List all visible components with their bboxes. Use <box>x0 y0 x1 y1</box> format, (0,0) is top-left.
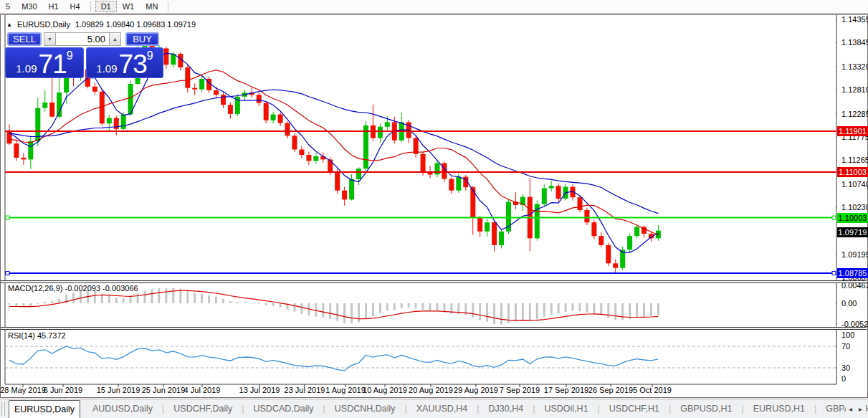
candle-body <box>163 48 168 65</box>
macd-histogram-bar <box>621 303 624 320</box>
candle <box>178 52 183 71</box>
candle <box>342 187 347 206</box>
candle-body <box>320 156 325 159</box>
sell-button[interactable]: SELL <box>7 32 42 46</box>
macd-histogram-bar <box>215 297 217 303</box>
candle <box>299 146 304 158</box>
macd-histogram-bar <box>137 294 139 303</box>
candle <box>306 152 311 165</box>
rsi-line <box>9 346 658 371</box>
buy-price-box[interactable]: 1.09 73 9 <box>86 47 163 78</box>
macd-histogram-bar <box>401 303 403 308</box>
current-price-label: 1.09719 <box>837 227 868 237</box>
candle-body <box>421 154 426 172</box>
sell-price-box[interactable]: 1.09 71 9 <box>5 47 84 78</box>
pane-divider[interactable] <box>1 280 867 283</box>
macd-histogram-bar <box>172 288 174 303</box>
macd-histogram-bar <box>158 288 160 303</box>
macd-histogram-bar <box>529 303 531 321</box>
price-axis-tick: 1.12810 <box>841 85 868 94</box>
candle <box>499 229 504 249</box>
candle-body <box>378 127 383 138</box>
candle <box>292 133 297 152</box>
volume-decrease-button[interactable]: ▼ <box>44 32 56 46</box>
date-axis-label: 20 Aug 2019 <box>409 386 453 394</box>
volume-increase-button[interactable]: ▲ <box>109 32 121 46</box>
candle <box>28 136 33 168</box>
macd-histogram-bar <box>37 303 39 304</box>
candle <box>371 105 376 141</box>
candle-body <box>342 191 347 200</box>
candle-body <box>14 143 19 158</box>
candle-body <box>477 218 482 232</box>
candle <box>185 65 190 92</box>
candle <box>378 123 383 143</box>
macd-histogram-bar <box>437 303 439 311</box>
candle-body <box>349 179 354 200</box>
date-axis[interactable]: 28 May 20196 Jun 201915 Jun 201925 Jun 2… <box>6 385 836 396</box>
price-axis[interactable]: 1.143551.138451.133201.128101.122851.117… <box>837 15 867 396</box>
macd-pane[interactable] <box>9 288 659 325</box>
macd-histogram-bar <box>265 303 267 305</box>
pane-divider[interactable] <box>1 327 867 330</box>
macd-histogram-bar <box>294 303 296 312</box>
candle-body <box>578 197 583 210</box>
collapse-arrow-icon[interactable]: ▲ <box>6 22 12 28</box>
macd-histogram-bar <box>429 303 431 311</box>
candle-body <box>199 79 204 90</box>
macd-histogram-bar <box>322 303 324 318</box>
candle <box>535 201 540 241</box>
candle <box>363 121 368 171</box>
candle-body <box>449 179 454 191</box>
line-handle[interactable] <box>6 272 9 275</box>
line-handle[interactable] <box>6 216 9 219</box>
candle-body <box>556 186 561 199</box>
candle-body <box>584 210 589 222</box>
candle <box>556 184 561 202</box>
macd-histogram-bar <box>614 303 616 320</box>
bid-price-pipette: 9 <box>67 51 73 61</box>
macd-histogram-bar <box>329 303 331 319</box>
macd-histogram-bar <box>593 303 595 314</box>
macd-histogram-bar <box>408 303 410 308</box>
macd-histogram-bar <box>123 298 125 303</box>
candle <box>14 138 19 161</box>
macd-histogram-bar <box>536 303 538 320</box>
tab-scroll-right-icon[interactable]: ▸ <box>859 405 862 413</box>
candle <box>92 82 97 95</box>
macd-histogram-bar <box>586 303 588 312</box>
candle <box>492 221 497 252</box>
level-price-label: 1.11003 <box>837 167 868 177</box>
candle-body <box>549 186 554 188</box>
candle <box>235 95 240 117</box>
candle-body <box>192 88 197 90</box>
macd-histogram-bar <box>629 303 631 319</box>
macd-histogram-bar <box>643 303 645 317</box>
macd-histogram-bar <box>80 291 82 303</box>
line-handle[interactable] <box>832 216 836 219</box>
tab-eurusd-daily-active[interactable]: EURUSD,Daily <box>9 400 80 418</box>
candle <box>21 153 26 166</box>
rsi-axis-tick: 0 <box>841 374 846 383</box>
volume-input[interactable] <box>56 32 109 46</box>
candle-body <box>228 105 233 114</box>
candle <box>513 192 518 209</box>
candle <box>584 208 589 225</box>
macd-histogram-bar <box>565 303 567 312</box>
rsi-pane[interactable] <box>5 346 836 371</box>
macd-histogram-bar <box>208 295 210 303</box>
candle <box>49 78 54 118</box>
macd-histogram-bar <box>229 301 232 303</box>
line-handle[interactable] <box>832 272 836 275</box>
candle <box>542 184 547 206</box>
chart-ohlc-quotes: 1.09829 1.09840 1.09683 1.09719 <box>75 20 196 29</box>
buy-button[interactable]: BUY <box>125 32 159 46</box>
macd-histogram-bar <box>9 303 11 305</box>
candle <box>656 225 661 241</box>
candle-body <box>598 236 604 245</box>
rsi-indicator-label: RSI(14) 45.7372 <box>8 331 66 340</box>
price-axis-tick: 1.11265 <box>841 156 868 164</box>
candle-body <box>49 103 54 117</box>
tab-scroll-left-icon[interactable]: ◂ <box>849 405 852 413</box>
macd-histogram-bar <box>543 303 545 317</box>
